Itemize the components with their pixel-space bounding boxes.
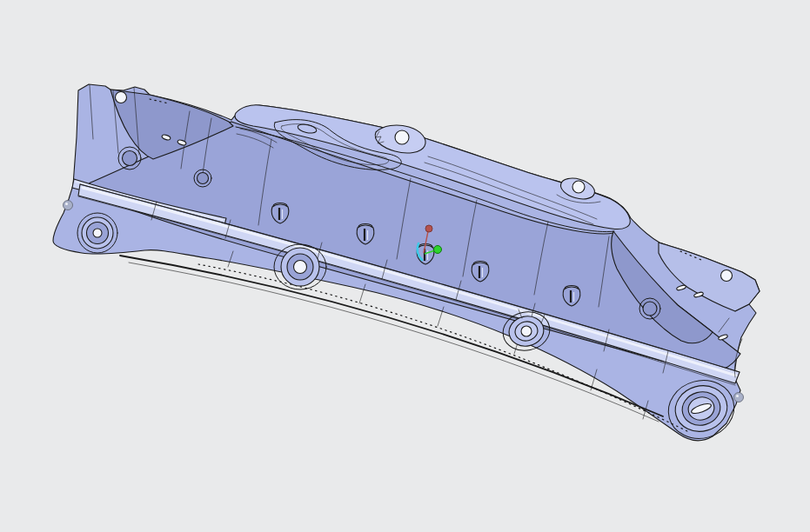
- deck-hole: [395, 130, 409, 144]
- mounting-boss-left: [77, 213, 117, 253]
- x-axis-dot[interactable]: [425, 225, 432, 232]
- boss-hole: [294, 261, 307, 274]
- handle-sphere-left[interactable]: [64, 201, 73, 210]
- bracket-hole: [116, 92, 127, 103]
- boss-hole: [521, 326, 532, 336]
- deck-hole: [572, 181, 585, 193]
- handle-sphere-right[interactable]: [734, 393, 744, 402]
- boss-hole: [93, 229, 102, 237]
- recess-core: [197, 173, 209, 184]
- y-axis-dot[interactable]: [434, 246, 442, 254]
- handle-sphere-left-specular: [65, 203, 68, 205]
- handle-sphere-right-specular: [736, 395, 739, 397]
- mounting-boss-middle: [274, 244, 326, 289]
- recess-core: [643, 302, 657, 316]
- cad-viewport[interactable]: [0, 0, 810, 532]
- bracket-hole: [721, 270, 733, 282]
- recess-core: [123, 151, 137, 166]
